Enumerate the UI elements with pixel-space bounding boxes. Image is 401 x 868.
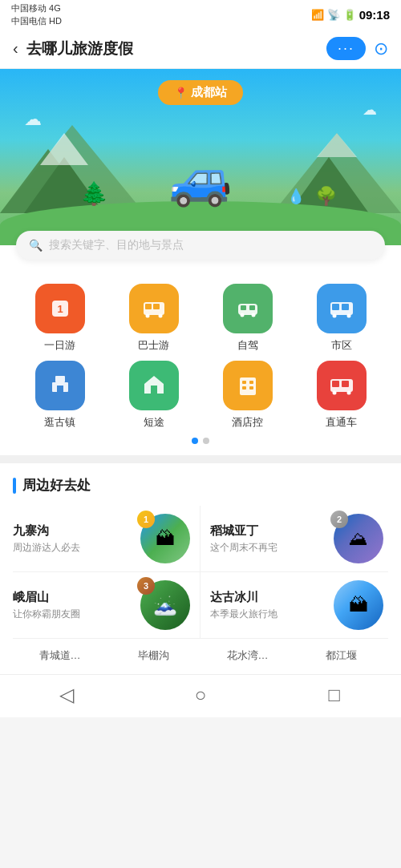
category-item-shiqu[interactable]: 市区: [296, 284, 387, 353]
zijia-label: 自驾: [237, 338, 258, 353]
status-bar: 中国移动 4G 中国电信 HD 📶 📡 🔋 09:18: [0, 0, 401, 29]
cloud-left-decoration: ☁: [24, 109, 42, 130]
svg-point-23: [346, 314, 350, 318]
zijia-icon: [223, 284, 273, 333]
nav-recents-button[interactable]: □: [317, 677, 352, 713]
svg-rect-16: [249, 305, 255, 310]
svg-rect-35: [332, 381, 339, 387]
status-right: 📶 📡 🔋 09:18: [311, 8, 390, 22]
guzhen-label: 逛古镇: [44, 415, 75, 430]
signal-icon: 📶: [311, 9, 324, 21]
nav-bar: ‹ 去哪儿旅游度假 ··· ⊙: [0, 29, 401, 69]
tags-row: 青城道… 毕棚沟 花水湾… 都江堰: [13, 639, 388, 674]
jiudian-icon: [223, 361, 273, 410]
duantu-icon: [129, 361, 179, 410]
location-button[interactable]: 📍 成都站: [158, 80, 243, 105]
tag-qingcheng[interactable]: 青城道…: [13, 648, 107, 663]
page-indicator: [8, 430, 393, 449]
duantu-label: 短途: [144, 415, 164, 430]
svg-point-18: [251, 313, 255, 317]
svg-rect-11: [153, 304, 160, 309]
location-pin-icon: 📍: [174, 87, 188, 99]
category-section: 1 一日游 巴士游 自驾 市区 逛古镇: [0, 271, 401, 455]
search-section: 🔍 搜索关键字、目的地与景点: [0, 231, 401, 271]
svg-rect-24: [55, 376, 65, 382]
nearby-desc-jiuzhaigou: 周边游达人必去: [13, 541, 132, 555]
zhitong-label: 直通车: [326, 415, 357, 430]
badge-daocheng: 2: [330, 511, 348, 528]
category-item-guzhen[interactable]: 逛古镇: [14, 361, 105, 430]
shiqu-label: 市区: [331, 338, 352, 353]
nav-home-button[interactable]: ○: [183, 677, 218, 713]
svg-point-37: [332, 391, 336, 395]
svg-rect-15: [241, 305, 246, 310]
tag-bipeng[interactable]: 毕棚沟: [107, 648, 200, 663]
svg-rect-20: [332, 304, 339, 310]
svg-rect-26: [57, 386, 63, 392]
nearby-desc-dagu: 本季最火旅行地: [210, 608, 326, 621]
yiri-label: 一日游: [44, 338, 75, 353]
tag-dujiang[interactable]: 都江堰: [294, 648, 388, 663]
scan-button[interactable]: ⊙: [374, 38, 388, 59]
svg-rect-10: [145, 304, 152, 309]
search-bar[interactable]: 🔍 搜索关键字、目的地与景点: [16, 231, 385, 260]
battery-icon: 🔋: [343, 9, 356, 21]
nearby-desc-daocheng: 这个周末不再宅: [210, 541, 326, 555]
pond-decoration: 💧: [287, 188, 305, 205]
nearby-text-emei: 峨眉山 让你称霸朋友圈: [13, 590, 132, 621]
search-icon: 🔍: [29, 239, 43, 252]
nearby-item-jiuzhaigou[interactable]: 九寨沟 周边游达人必去 1 🏔: [13, 506, 200, 572]
section-accent-bar: [13, 478, 16, 494]
mountain-left-decoration: [0, 109, 144, 213]
nearby-text-jiuzhaigou: 九寨沟 周边游达人必去: [13, 523, 132, 555]
nearby-item-dagu[interactable]: 达古冰川 本季最火旅行地 🏔: [200, 572, 388, 639]
more-options-button[interactable]: ···: [326, 37, 366, 60]
nearby-img-dagu: 🏔: [334, 580, 383, 630]
category-item-jiudian[interactable]: 酒店控: [202, 361, 293, 430]
nearby-img-wrapper-dagu: 🏔: [334, 580, 383, 630]
jiudian-label: 酒店控: [232, 415, 263, 430]
nearby-item-daocheng[interactable]: 稻城亚丁 这个周末不再宅 2 ⛰: [200, 506, 388, 572]
nearby-desc-emei: 让你称霸朋友圈: [13, 608, 132, 621]
wifi-icon: 📡: [327, 9, 340, 21]
bottom-nav: ◁ ○ □: [0, 674, 401, 717]
nearby-name-dagu: 达古冰川: [210, 590, 326, 605]
nearby-name-daocheng: 稻城亚丁: [210, 523, 326, 539]
svg-rect-29: [240, 377, 256, 395]
svg-rect-30: [242, 381, 246, 384]
svg-point-22: [332, 314, 336, 318]
svg-text:1: 1: [57, 303, 63, 315]
svg-rect-28: [151, 386, 157, 394]
nearby-text-daocheng: 稻城亚丁 这个周末不再宅: [210, 523, 326, 555]
svg-rect-31: [249, 381, 253, 384]
badge-emei: 3: [137, 577, 155, 595]
bashi-label: 巴士游: [138, 338, 169, 353]
svg-point-12: [145, 314, 149, 318]
svg-marker-6: [317, 133, 357, 157]
nearby-img-wrapper-daocheng: 2 ⛰: [334, 514, 383, 563]
category-grid: 1 一日游 巴士游 自驾 市区 逛古镇: [8, 284, 393, 430]
nearby-name-jiuzhaigou: 九寨沟: [13, 523, 132, 539]
guzhen-icon: [35, 361, 85, 410]
category-item-yiri[interactable]: 1 一日游: [14, 284, 105, 353]
nav-back-button[interactable]: ◁: [49, 677, 84, 713]
svg-point-13: [158, 314, 162, 318]
tag-huashui[interactable]: 花水湾…: [200, 648, 294, 663]
carrier2: 中国电信 HD: [11, 15, 62, 27]
badge-jiuzhaigou: 1: [137, 511, 155, 528]
svg-rect-33: [249, 386, 253, 390]
category-item-bashi[interactable]: 巴士游: [108, 284, 199, 353]
hero-banner: 📍 成都站 🚙 🌲 🌳 ☁ ☁ 💧: [0, 69, 401, 245]
shiqu-icon: [317, 284, 367, 333]
category-item-zhitong[interactable]: 直通车: [296, 361, 387, 430]
dot-2: [203, 438, 209, 444]
dot-1: [192, 438, 198, 444]
jeep-illustration: 🚙: [168, 149, 233, 209]
category-item-duantu[interactable]: 短途: [108, 361, 199, 430]
category-item-zijia[interactable]: 自驾: [202, 284, 293, 353]
svg-rect-32: [242, 386, 246, 390]
back-button[interactable]: ‹: [13, 39, 18, 58]
nearby-item-emei[interactable]: 峨眉山 让你称霸朋友圈 3 🗻: [13, 572, 200, 639]
svg-point-17: [240, 313, 244, 317]
section-header: 周边好去处: [13, 476, 388, 495]
